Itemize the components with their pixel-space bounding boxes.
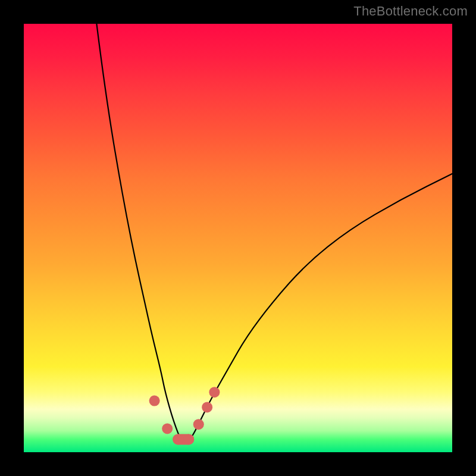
marker-dot <box>202 402 212 412</box>
marker-dot <box>183 434 194 444</box>
bottleneck-curve <box>96 24 452 442</box>
marker-dot <box>193 419 204 430</box>
marker-dot <box>173 434 183 444</box>
watermark-text: TheBottleneck.com <box>353 4 468 19</box>
marker-dot <box>209 387 220 397</box>
outer-frame: TheBottleneck.com <box>0 0 476 476</box>
marker-dot <box>149 396 160 406</box>
chart-overlay <box>24 24 452 452</box>
marker-dot <box>162 423 173 434</box>
marker-group <box>149 387 220 444</box>
